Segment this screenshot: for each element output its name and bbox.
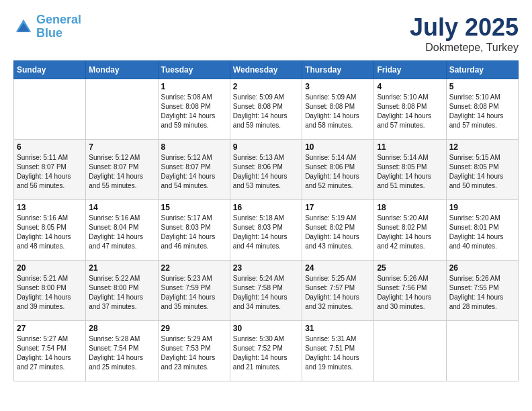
calendar-week-4: 20Sunrise: 5:21 AM Sunset: 8:00 PM Dayli… xyxy=(14,261,519,321)
day-number: 2 xyxy=(233,82,299,91)
main-title: July 2025 xyxy=(410,13,519,42)
calendar-cell: 1Sunrise: 5:08 AM Sunset: 8:08 PM Daylig… xyxy=(158,79,230,140)
calendar-cell: 28Sunrise: 5:28 AM Sunset: 7:54 PM Dayli… xyxy=(86,321,158,381)
calendar-cell xyxy=(374,321,446,381)
day-number: 22 xyxy=(161,263,227,273)
day-info: Sunrise: 5:23 AM Sunset: 7:59 PM Dayligh… xyxy=(161,274,227,312)
day-info: Sunrise: 5:14 AM Sunset: 8:06 PM Dayligh… xyxy=(305,153,371,191)
day-info: Sunrise: 5:15 AM Sunset: 8:05 PM Dayligh… xyxy=(449,153,515,191)
day-info: Sunrise: 5:10 AM Sunset: 8:08 PM Dayligh… xyxy=(449,93,515,130)
day-number: 4 xyxy=(377,82,443,91)
weekday-header-row: SundayMondayTuesdayWednesdayThursdayFrid… xyxy=(14,61,519,79)
day-number: 23 xyxy=(233,263,299,273)
calendar-cell xyxy=(446,321,518,381)
calendar-cell xyxy=(86,79,158,140)
calendar-week-1: 1Sunrise: 5:08 AM Sunset: 8:08 PM Daylig… xyxy=(14,79,519,140)
calendar-cell: 21Sunrise: 5:22 AM Sunset: 8:00 PM Dayli… xyxy=(86,261,158,321)
day-number: 16 xyxy=(233,203,299,212)
day-info: Sunrise: 5:16 AM Sunset: 8:04 PM Dayligh… xyxy=(89,214,154,251)
day-number: 21 xyxy=(89,263,154,273)
calendar-cell: 4Sunrise: 5:10 AM Sunset: 8:08 PM Daylig… xyxy=(374,79,446,140)
title-block: July 2025 Dokmetepe, Turkey xyxy=(410,13,519,54)
calendar-cell: 17Sunrise: 5:19 AM Sunset: 8:02 PM Dayli… xyxy=(302,200,374,261)
day-info: Sunrise: 5:24 AM Sunset: 7:58 PM Dayligh… xyxy=(233,274,299,312)
weekday-header-saturday: Saturday xyxy=(446,61,518,79)
calendar-cell: 11Sunrise: 5:14 AM Sunset: 8:05 PM Dayli… xyxy=(374,140,446,200)
logo-general: General xyxy=(36,13,81,26)
day-info: Sunrise: 5:09 AM Sunset: 8:08 PM Dayligh… xyxy=(233,93,299,130)
day-number: 29 xyxy=(161,324,227,333)
day-number: 10 xyxy=(305,142,371,152)
day-number: 9 xyxy=(233,142,299,152)
calendar-cell: 25Sunrise: 5:26 AM Sunset: 7:56 PM Dayli… xyxy=(374,261,446,321)
calendar-cell: 27Sunrise: 5:27 AM Sunset: 7:54 PM Dayli… xyxy=(14,321,86,381)
day-number: 1 xyxy=(161,82,227,91)
logo-text: General Blue xyxy=(36,13,81,40)
calendar-cell: 9Sunrise: 5:13 AM Sunset: 8:06 PM Daylig… xyxy=(230,140,302,200)
day-info: Sunrise: 5:21 AM Sunset: 8:00 PM Dayligh… xyxy=(17,274,83,312)
day-info: Sunrise: 5:18 AM Sunset: 8:03 PM Dayligh… xyxy=(233,214,299,251)
calendar-cell: 22Sunrise: 5:23 AM Sunset: 7:59 PM Dayli… xyxy=(158,261,230,321)
day-info: Sunrise: 5:26 AM Sunset: 7:55 PM Dayligh… xyxy=(449,274,515,312)
day-info: Sunrise: 5:20 AM Sunset: 8:01 PM Dayligh… xyxy=(449,214,515,251)
calendar-cell: 5Sunrise: 5:10 AM Sunset: 8:08 PM Daylig… xyxy=(446,79,518,140)
calendar-cell: 3Sunrise: 5:09 AM Sunset: 8:08 PM Daylig… xyxy=(302,79,374,140)
day-info: Sunrise: 5:20 AM Sunset: 8:02 PM Dayligh… xyxy=(377,214,443,251)
day-number: 31 xyxy=(305,324,371,333)
calendar-week-2: 6Sunrise: 5:11 AM Sunset: 8:07 PM Daylig… xyxy=(14,140,519,200)
day-info: Sunrise: 5:09 AM Sunset: 8:08 PM Dayligh… xyxy=(305,93,371,130)
calendar-cell: 2Sunrise: 5:09 AM Sunset: 8:08 PM Daylig… xyxy=(230,79,302,140)
logo-icon xyxy=(13,17,34,37)
calendar-cell: 23Sunrise: 5:24 AM Sunset: 7:58 PM Dayli… xyxy=(230,261,302,321)
calendar-week-3: 13Sunrise: 5:16 AM Sunset: 8:05 PM Dayli… xyxy=(14,200,519,261)
day-info: Sunrise: 5:28 AM Sunset: 7:54 PM Dayligh… xyxy=(89,334,154,372)
calendar-cell: 7Sunrise: 5:12 AM Sunset: 8:07 PM Daylig… xyxy=(86,140,158,200)
day-info: Sunrise: 5:17 AM Sunset: 8:03 PM Dayligh… xyxy=(161,214,227,251)
day-info: Sunrise: 5:08 AM Sunset: 8:08 PM Dayligh… xyxy=(161,93,227,130)
calendar-cell: 13Sunrise: 5:16 AM Sunset: 8:05 PM Dayli… xyxy=(14,200,86,261)
calendar-week-5: 27Sunrise: 5:27 AM Sunset: 7:54 PM Dayli… xyxy=(14,321,519,381)
day-number: 30 xyxy=(233,324,299,333)
day-info: Sunrise: 5:12 AM Sunset: 8:07 PM Dayligh… xyxy=(89,153,154,191)
subtitle: Dokmetepe, Turkey xyxy=(410,42,519,54)
day-info: Sunrise: 5:25 AM Sunset: 7:57 PM Dayligh… xyxy=(305,274,371,312)
calendar-body: 1Sunrise: 5:08 AM Sunset: 8:08 PM Daylig… xyxy=(14,79,519,381)
calendar-cell: 26Sunrise: 5:26 AM Sunset: 7:55 PM Dayli… xyxy=(446,261,518,321)
day-info: Sunrise: 5:22 AM Sunset: 8:00 PM Dayligh… xyxy=(89,274,154,312)
calendar-cell: 12Sunrise: 5:15 AM Sunset: 8:05 PM Dayli… xyxy=(446,140,518,200)
day-info: Sunrise: 5:12 AM Sunset: 8:07 PM Dayligh… xyxy=(161,153,227,191)
calendar-cell xyxy=(14,79,86,140)
day-number: 12 xyxy=(449,142,515,152)
weekday-header-monday: Monday xyxy=(86,61,158,79)
day-number: 25 xyxy=(377,263,443,273)
weekday-header-thursday: Thursday xyxy=(302,61,374,79)
weekday-header-sunday: Sunday xyxy=(14,61,86,79)
logo-blue: Blue xyxy=(36,26,62,40)
calendar-cell: 24Sunrise: 5:25 AM Sunset: 7:57 PM Dayli… xyxy=(302,261,374,321)
day-number: 15 xyxy=(161,203,227,212)
day-info: Sunrise: 5:27 AM Sunset: 7:54 PM Dayligh… xyxy=(17,334,83,372)
calendar-cell: 15Sunrise: 5:17 AM Sunset: 8:03 PM Dayli… xyxy=(158,200,230,261)
calendar-cell: 30Sunrise: 5:30 AM Sunset: 7:52 PM Dayli… xyxy=(230,321,302,381)
day-info: Sunrise: 5:31 AM Sunset: 7:51 PM Dayligh… xyxy=(305,334,371,372)
day-info: Sunrise: 5:16 AM Sunset: 8:05 PM Dayligh… xyxy=(17,214,83,251)
day-number: 20 xyxy=(17,263,83,273)
weekday-header-wednesday: Wednesday xyxy=(230,61,302,79)
weekday-header-friday: Friday xyxy=(374,61,446,79)
day-number: 13 xyxy=(17,203,83,212)
day-info: Sunrise: 5:29 AM Sunset: 7:53 PM Dayligh… xyxy=(161,334,227,372)
day-info: Sunrise: 5:11 AM Sunset: 8:07 PM Dayligh… xyxy=(17,153,83,191)
day-info: Sunrise: 5:30 AM Sunset: 7:52 PM Dayligh… xyxy=(233,334,299,372)
day-number: 17 xyxy=(305,203,371,212)
calendar-cell: 31Sunrise: 5:31 AM Sunset: 7:51 PM Dayli… xyxy=(302,321,374,381)
calendar-header: SundayMondayTuesdayWednesdayThursdayFrid… xyxy=(14,61,519,79)
day-number: 26 xyxy=(449,263,515,273)
calendar-cell: 19Sunrise: 5:20 AM Sunset: 8:01 PM Dayli… xyxy=(446,200,518,261)
weekday-header-tuesday: Tuesday xyxy=(158,61,230,79)
calendar-cell: 8Sunrise: 5:12 AM Sunset: 8:07 PM Daylig… xyxy=(158,140,230,200)
day-number: 18 xyxy=(377,203,443,212)
calendar-cell: 20Sunrise: 5:21 AM Sunset: 8:00 PM Dayli… xyxy=(14,261,86,321)
day-number: 14 xyxy=(89,203,154,212)
calendar-cell: 16Sunrise: 5:18 AM Sunset: 8:03 PM Dayli… xyxy=(230,200,302,261)
day-info: Sunrise: 5:10 AM Sunset: 8:08 PM Dayligh… xyxy=(377,93,443,130)
